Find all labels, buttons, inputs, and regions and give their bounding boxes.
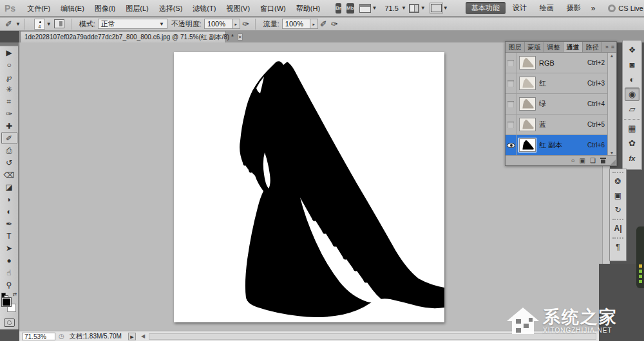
panel-scrollbar[interactable]: ▲ ▼ <box>607 53 616 156</box>
crop-tool[interactable]: ⌗ <box>1 95 17 107</box>
rotate-view-panel-icon[interactable]: ↻ <box>611 203 625 216</box>
menu-select[interactable]: 选择(S) <box>154 0 188 17</box>
type-tool[interactable]: T <box>1 230 17 242</box>
menu-edit[interactable]: 编辑(E) <box>55 0 90 17</box>
blur-tool[interactable]: ◗ <box>1 193 17 205</box>
channel-row-red[interactable]: 红 Ctrl+3 <box>506 73 608 94</box>
pen-tool[interactable]: ✒ <box>1 217 17 230</box>
document-tab[interactable]: 1de2028107ef02a79adde77dc2b7_800_800.c6.… <box>20 31 226 42</box>
menu-view[interactable]: 视图(V) <box>221 0 255 17</box>
eyedropper-tool[interactable]: ✑ <box>1 107 17 120</box>
collapse-panel-icon[interactable]: » <box>605 44 609 50</box>
toggle-brush-panel-icon[interactable] <box>54 19 64 28</box>
quick-selection-tool[interactable]: ✳ <box>1 83 17 95</box>
lasso-tool[interactable]: ℘ <box>1 71 17 83</box>
blend-mode-select[interactable]: 正常▼ <box>98 19 167 29</box>
workspace-design[interactable]: 设计 <box>507 2 533 14</box>
workspace-essentials[interactable]: 基本功能 <box>466 2 506 14</box>
cs-live-button[interactable]: CS Live ▼ <box>608 5 644 12</box>
tab-channels[interactable]: 通道 <box>564 42 583 52</box>
character-panel-icon[interactable]: A| <box>611 222 625 235</box>
mini-bridge-button[interactable]: Mb <box>346 3 354 14</box>
workspace-painting[interactable]: 绘画 <box>534 2 560 14</box>
zoom-tool[interactable]: ⚲ <box>1 279 17 291</box>
view-extras-button[interactable]: ▼ <box>359 4 377 13</box>
panel-resize-grip[interactable] <box>611 160 616 165</box>
zoom-level-dropdown[interactable]: 71.5 <box>384 5 398 12</box>
hand-tool[interactable]: ☝ <box>1 266 17 279</box>
dock-drag-handle[interactable] <box>612 219 623 220</box>
default-colors-icon[interactable] <box>1 293 6 297</box>
tablet-pressure-size-icon[interactable]: ✑ <box>331 19 338 29</box>
channel-row-red-copy[interactable]: 红 副本 Ctrl+6 <box>506 135 608 156</box>
eraser-tool[interactable]: ⌫ <box>1 169 17 181</box>
tab-layers[interactable]: 图层 <box>506 42 525 52</box>
color-panel-icon[interactable]: ✿ <box>625 136 639 150</box>
dock-drag-handle[interactable] <box>612 237 623 239</box>
visibility-toggle[interactable] <box>506 94 516 114</box>
healing-brush-tool[interactable]: ✚ <box>1 120 17 132</box>
quick-mask-button[interactable] <box>4 318 15 327</box>
workspace-overflow-button[interactable]: » <box>587 4 600 13</box>
visibility-toggle[interactable] <box>506 73 516 93</box>
menu-filter[interactable]: 滤镜(T) <box>187 0 221 17</box>
workspace-photography[interactable]: 摄影 <box>561 2 587 14</box>
scroll-left-icon[interactable]: ◀ <box>141 333 145 339</box>
dodge-tool[interactable]: ◐ <box>1 205 17 217</box>
move-tool[interactable]: ▶ <box>1 46 17 59</box>
channel-row-rgb[interactable]: RGB Ctrl+2 <box>506 53 608 73</box>
tab-adjustments[interactable]: 调整 <box>544 42 564 52</box>
menu-help[interactable]: 帮助(H) <box>291 0 325 17</box>
clone-source-panel-icon[interactable]: ❂ <box>611 175 625 188</box>
navigator-panel-icon[interactable]: ▣ <box>611 189 625 202</box>
brush-preset-picker[interactable]: 4 <box>34 19 45 30</box>
tab-masks[interactable]: 蒙版 <box>525 42 544 52</box>
opacity-input[interactable]: 100% <box>204 19 232 29</box>
document-close-icon[interactable]: ✕ <box>238 33 243 41</box>
clone-stamp-tool[interactable]: ⎙ <box>1 144 17 156</box>
adjustments-panel-icon[interactable]: ◐ <box>625 73 639 86</box>
flow-input[interactable]: 100% <box>282 19 310 29</box>
path-selection-tool[interactable]: ➤ <box>1 242 17 254</box>
swatches-panel-icon[interactable]: ▦ <box>625 122 639 135</box>
visibility-toggle[interactable] <box>506 115 516 134</box>
save-selection-button[interactable]: ▣ <box>580 156 585 165</box>
gradient-tool[interactable]: ◪ <box>1 181 17 193</box>
scroll-down-icon[interactable]: ▼ <box>608 151 616 155</box>
effects-panel-icon[interactable]: fx <box>625 151 639 165</box>
edge-widget[interactable] <box>636 226 644 288</box>
new-channel-button[interactable]: ❏ <box>590 156 596 165</box>
menu-image[interactable]: 图像(I) <box>90 0 120 17</box>
status-options-button[interactable]: ▶ <box>128 333 136 340</box>
delete-channel-button[interactable] <box>600 158 606 163</box>
visibility-toggle[interactable] <box>506 135 516 155</box>
dock-drag-handle[interactable] <box>612 172 623 173</box>
bridge-button[interactable]: Br <box>336 3 341 14</box>
flow-slider-button[interactable]: ▸ <box>310 19 318 29</box>
status-zoom-input[interactable]: 71.53% <box>22 333 55 340</box>
menu-layer[interactable]: 图层(L) <box>120 0 153 17</box>
channel-row-green[interactable]: 绿 Ctrl+4 <box>506 94 608 115</box>
layers-panel-icon[interactable]: ❖ <box>625 43 639 57</box>
panel-menu-icon[interactable]: ≡ <box>611 44 614 50</box>
chevron-down-icon[interactable]: ▼ <box>15 21 21 27</box>
menu-file[interactable]: 文件(F) <box>22 0 55 17</box>
load-selection-button[interactable]: ○ <box>571 156 575 165</box>
foreground-color-swatch[interactable] <box>2 298 11 306</box>
tab-paths[interactable]: 路径 <box>583 42 602 52</box>
horizontal-scrollbar[interactable] <box>149 333 596 340</box>
visibility-toggle[interactable] <box>506 53 516 73</box>
canvas[interactable] <box>174 52 444 322</box>
opacity-slider-button[interactable]: ▸ <box>232 19 240 29</box>
chevron-down-icon[interactable]: ▼ <box>46 21 52 27</box>
airbrush-icon[interactable]: ✐ <box>320 19 327 29</box>
transform-panel-icon[interactable]: ▱ <box>625 102 639 116</box>
history-brush-tool[interactable]: ↺ <box>1 156 17 169</box>
paragraph-panel-icon[interactable]: ¶ <box>611 241 625 253</box>
marquee-tool[interactable]: ○ <box>1 59 17 71</box>
masks-panel-icon[interactable]: ◙ <box>625 58 639 71</box>
menu-window[interactable]: 窗口(W) <box>255 0 291 17</box>
swap-colors-icon[interactable]: ⇄ <box>13 291 17 297</box>
arrange-documents-button[interactable]: ▼ <box>409 4 426 13</box>
channel-row-blue[interactable]: 蓝 Ctrl+5 <box>506 115 608 135</box>
